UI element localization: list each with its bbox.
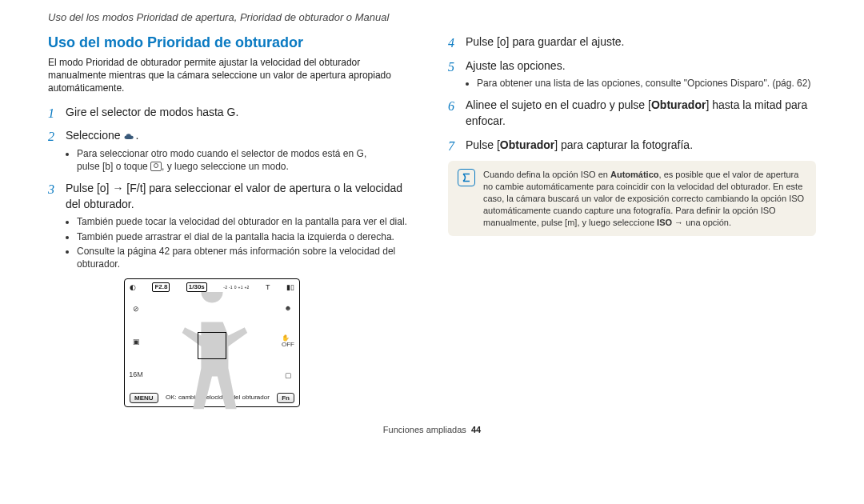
step-5: 5 Ajuste las opciones. Para obtener una …: [448, 58, 816, 90]
step-6-b: Obturador: [651, 98, 706, 111]
lcd-preview: ◐ F2.8 1/30s -2 -1 0 +1 +2 T ▮▯ ⊘ ▣ 16M: [124, 278, 300, 407]
signal-icon: T: [266, 283, 270, 291]
frame-icon: ▣: [133, 338, 140, 346]
step-1-text-a: Gire el selector de modos hasta: [66, 106, 227, 118]
section-title: Uso del modo Prioridad de obturador: [48, 34, 416, 51]
note-a: Cuando defina la opción ISO en: [483, 170, 610, 179]
step-number: 4: [448, 34, 454, 52]
step-4-a: Pulse [: [466, 35, 500, 48]
step-2-text-b: .: [135, 129, 138, 142]
hand-off-icon: ✋OFF: [282, 335, 294, 348]
battery-icon: ▮▯: [286, 283, 294, 291]
left-column: Uso del modo Prioridad de obturador El m…: [48, 34, 416, 407]
step-7-a: Pulse [: [466, 138, 500, 151]
step-3-sub-a: También puede tocar la velocidad del obt…: [77, 215, 416, 228]
step-6: 6 Alinee el sujeto en el cuadro y pulse …: [448, 98, 816, 129]
step-4-a3: ] para guardar el ajuste.: [506, 35, 625, 48]
step-3-a2: o: [100, 182, 106, 194]
note-d: m: [567, 218, 574, 227]
step-2-sub-b3: ] o toque: [110, 161, 150, 172]
intro-paragraph: El modo Prioridad de obturador permite a…: [48, 56, 416, 95]
step-2-sub-a2: G: [357, 148, 364, 159]
step-1-text-c: .: [235, 106, 238, 118]
step-3-sub-b: También puede arrastrar el dial de la pa…: [77, 230, 416, 243]
step-2: 2 Seleccione . Para seleccionar otro mod…: [48, 128, 416, 173]
step-7-b: Obturador: [500, 138, 554, 151]
step-7: 7 Pulse [Obturador] para capturar la fot…: [448, 138, 816, 154]
face-icon: ☻: [284, 304, 291, 312]
note-icon: [458, 169, 475, 186]
note-b: Automático: [610, 170, 659, 179]
note-box: Cuando defina la opción ISO en Automátic…: [448, 161, 816, 236]
camera-icon: [150, 162, 162, 171]
step-2-sub-b: pulse [: [77, 161, 105, 172]
focus-square: [198, 332, 226, 359]
step-3-a3: ] → [: [106, 182, 130, 194]
step-4-a2: o: [500, 35, 506, 48]
step-number: 5: [448, 58, 454, 76]
step-1: 1 Gire el selector de modos hasta G.: [48, 105, 416, 121]
ev-scale: -2 -1 0 +1 +2: [223, 285, 250, 290]
person-silhouette-icon: [144, 292, 280, 428]
step-3-a: Pulse [: [66, 182, 100, 194]
step-2-sub: Para seleccionar otro modo cuando el sel…: [77, 147, 416, 173]
step-2-sub-b4: , y luego seleccione un modo.: [162, 161, 289, 172]
step-number: 3: [48, 181, 54, 198]
shutter-readout: 1/30s: [186, 282, 207, 292]
flash-off-icon: ⊘: [133, 305, 139, 313]
step-2-text-a: Seleccione: [66, 129, 123, 142]
footer-page: 44: [471, 425, 481, 434]
step-number: 2: [48, 128, 54, 146]
step-number: 1: [48, 105, 54, 122]
step-2-sub-a: Para seleccionar otro modo cuando el sel…: [77, 148, 357, 159]
right-column: 4 Pulse [o] para guardar el ajuste. 5 Aj…: [448, 34, 816, 407]
note-e: ], y luego seleccione: [574, 218, 657, 227]
note-text: Cuando defina la opción ISO en Automátic…: [483, 169, 806, 228]
step-3: 3 Pulse [o] → [F/t] para seleccionar el …: [48, 181, 416, 270]
step-2-sub-a3: ,: [364, 148, 366, 159]
mode-icon: ◐: [130, 283, 136, 291]
step-6-a: Alinee el sujeto en el cuadro y pulse [: [466, 98, 651, 111]
note-f: ISO: [657, 218, 672, 227]
step-5-a: Ajuste las opciones.: [466, 59, 566, 72]
single-icon: ▢: [285, 371, 292, 379]
aperture-readout: F2.8: [152, 282, 170, 292]
page-header: Uso del los modos Prioridad de apertura,…: [48, 11, 816, 23]
note-g: → una opción.: [672, 218, 731, 227]
step-1-text-b: G: [227, 106, 236, 118]
step-3-sub-c: Consulte la página 42 para obtener más i…: [77, 245, 416, 270]
step-number: 7: [448, 138, 454, 155]
step-4: 4 Pulse [o] para guardar el ajuste.: [448, 34, 816, 50]
step-7-c: ] para capturar la fotografía.: [554, 138, 693, 151]
step-number: 6: [448, 98, 454, 115]
cloud-mode-icon: [123, 130, 135, 138]
footer-section: Funciones ampliadas: [383, 425, 466, 434]
step-5-sub: Para obtener una lista de las opciones, …: [477, 77, 816, 90]
step-3-a4: F: [130, 182, 137, 194]
size-icon: 16M: [129, 370, 143, 378]
